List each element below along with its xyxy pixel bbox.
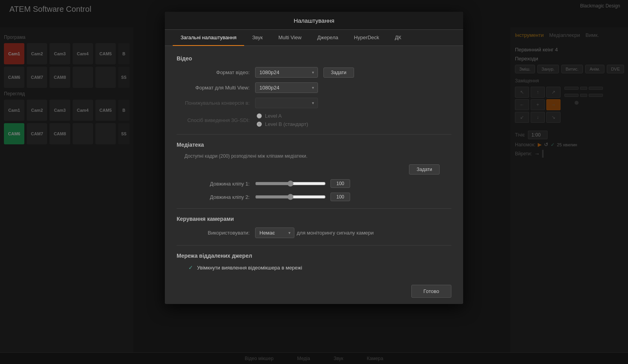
settings-modal: Налаштування Загальні налаштування Звук … bbox=[165, 12, 463, 304]
camera-select-wrapper: Немає CAM1 CAM2 bbox=[255, 228, 294, 238]
check-icon: ✓ bbox=[188, 264, 193, 271]
camera-monitor-note: для моніторингу сигналу камери bbox=[297, 230, 374, 236]
radio-level-a-label: Level A bbox=[265, 113, 282, 119]
sdi-radio-group: Level A Level B (стандарт) bbox=[257, 113, 308, 127]
downscale-select[interactable] bbox=[255, 98, 318, 108]
clip2-slider[interactable] bbox=[255, 194, 326, 200]
camera-use-label: Використовувати: bbox=[177, 230, 255, 236]
multiview-format-select[interactable]: 1080p24 1080p25 bbox=[255, 82, 318, 93]
clip1-row: Довжина кліпу 1: 100 bbox=[177, 179, 451, 188]
clip2-label: Довжина кліпу 2: bbox=[177, 194, 255, 200]
downscale-row: Понижувальна конверсія в: bbox=[177, 98, 451, 108]
divider-1 bbox=[177, 134, 451, 135]
radio-level-b[interactable]: Level B (стандарт) bbox=[257, 121, 308, 127]
video-section-title: Відео bbox=[177, 55, 451, 62]
tab-dk[interactable]: ДК bbox=[387, 30, 409, 46]
modal-footer: Готово bbox=[165, 278, 463, 304]
divider-2 bbox=[177, 208, 451, 209]
clip2-value: 100 bbox=[330, 193, 350, 201]
downscale-select-wrapper bbox=[255, 98, 318, 108]
media-note: Доступні кадри (200) розподілені між клі… bbox=[184, 153, 451, 159]
video-set-button[interactable]: Задати bbox=[323, 67, 354, 78]
clip2-row: Довжина кліпу 2: 100 bbox=[177, 193, 451, 201]
network-checkbox-row: ✓ Увімкнути виявлення відеомікшера в мер… bbox=[188, 264, 451, 271]
modal-body: Відео Формат відео: 1080p24 1080p25 1080… bbox=[165, 46, 463, 278]
multiview-format-row: Формат для Multi View: 1080p24 1080p25 bbox=[177, 82, 451, 93]
video-format-label: Формат відео: bbox=[177, 69, 255, 75]
network-checkbox-label: Увімкнути виявлення відеомікшера в мереж… bbox=[197, 265, 302, 271]
done-button[interactable]: Готово bbox=[411, 285, 451, 298]
video-format-select[interactable]: 1080p24 1080p25 1080p30 bbox=[255, 67, 318, 78]
camera-select[interactable]: Немає CAM1 CAM2 bbox=[255, 228, 294, 238]
radio-level-a-input[interactable] bbox=[257, 113, 262, 118]
tab-hyperdeck[interactable]: HyperDeck bbox=[346, 30, 387, 46]
tab-general[interactable]: Загальні налаштування bbox=[173, 30, 244, 46]
camera-section-title: Керування камерами bbox=[177, 216, 451, 222]
radio-level-a[interactable]: Level A bbox=[257, 113, 308, 119]
clip1-slider[interactable] bbox=[255, 180, 326, 187]
modal-overlay: Налаштування Загальні налаштування Звук … bbox=[0, 0, 628, 364]
tab-sound[interactable]: Звук bbox=[244, 30, 270, 46]
radio-level-b-label: Level B (стандарт) bbox=[265, 121, 308, 127]
sdi-row: Спосіб виведення 3G-SDI: Level A Level B… bbox=[177, 113, 451, 127]
sdi-label: Спосіб виведення 3G-SDI: bbox=[177, 117, 255, 123]
tab-sources[interactable]: Джерела bbox=[309, 30, 346, 46]
clip1-label: Довжина кліпу 1: bbox=[177, 181, 255, 187]
video-format-select-wrapper: 1080p24 1080p25 1080p30 bbox=[255, 67, 318, 78]
media-set-button[interactable]: Задати bbox=[409, 164, 440, 175]
video-format-row: Формат відео: 1080p24 1080p25 1080p30 За… bbox=[177, 67, 451, 78]
downscale-label: Понижувальна конверсія в: bbox=[177, 100, 255, 106]
modal-header: Налаштування bbox=[165, 12, 463, 30]
radio-level-b-input[interactable] bbox=[257, 122, 262, 127]
camera-use-row: Використовувати: Немає CAM1 CAM2 для мон… bbox=[177, 228, 451, 238]
divider-3 bbox=[177, 245, 451, 246]
tab-multiview[interactable]: Multi View bbox=[270, 30, 309, 46]
modal-tabs: Загальні налаштування Звук Multi View Дж… bbox=[165, 30, 463, 46]
multiview-format-label: Формат для Multi View: bbox=[177, 85, 255, 91]
media-section-title: Медіатека bbox=[177, 142, 451, 148]
multiview-format-select-wrapper: 1080p24 1080p25 bbox=[255, 82, 318, 93]
network-section-title: Мережа віддалених джерел bbox=[177, 253, 451, 259]
clip1-value: 100 bbox=[330, 179, 350, 188]
